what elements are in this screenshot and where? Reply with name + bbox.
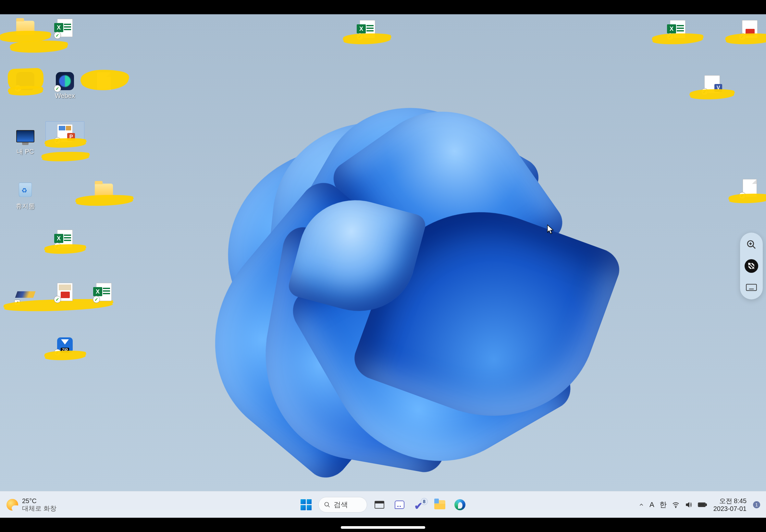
icon-label: Webex: [55, 92, 75, 100]
taskbar-clock[interactable]: 오전 8:45 2023-07-01: [713, 497, 747, 513]
svg-rect-4: [746, 284, 757, 290]
wifi-button[interactable]: [672, 501, 680, 509]
todo-icon: ✔ 8: [414, 500, 425, 510]
weather-condition: 대체로 화창: [22, 505, 56, 512]
notification-center-button[interactable]: 1: [753, 501, 760, 508]
edge-icon: [455, 499, 466, 510]
search-icon: [324, 502, 330, 508]
desktop-icon-folder[interactable]: [84, 179, 123, 202]
desktop-icon-app[interactable]: [6, 69, 45, 93]
clock-date: 2023-07-01: [713, 505, 747, 513]
chat-icon: [395, 501, 405, 509]
weather-text: 25°C 대체로 화창: [22, 497, 56, 512]
excel-file-icon: [93, 282, 114, 302]
sync-badge-icon: [93, 296, 100, 303]
device-frame: Webex 내 PC: [0, 0, 766, 532]
ime-mode-indicator[interactable]: A: [650, 501, 654, 509]
volume-icon: [685, 501, 693, 509]
home-indicator[interactable]: [341, 526, 425, 529]
svg-rect-20: [706, 504, 707, 506]
svg-line-17: [328, 505, 330, 507]
recycle-bin-icon: ♻: [15, 180, 36, 201]
webex-icon: [55, 71, 75, 91]
desktop-icon-recycle-bin[interactable]: ♻ 휴지통: [6, 179, 45, 212]
monitor-icon: [15, 126, 36, 147]
ime-language-indicator[interactable]: 한: [660, 500, 667, 510]
sync-badge-icon: [54, 32, 61, 39]
pdf-file-icon: [55, 282, 75, 302]
desktop-icon-this-pc[interactable]: 내 PC: [6, 125, 45, 157]
start-button[interactable]: [298, 497, 314, 513]
taskbar-search[interactable]: 검색: [318, 497, 367, 513]
volume-button[interactable]: [685, 501, 693, 509]
sync-badge-icon: [54, 296, 61, 303]
icon-label: 휴지통: [16, 202, 35, 211]
windows-logo-icon: [300, 499, 311, 510]
file-explorer-icon: [434, 500, 445, 509]
edge-button[interactable]: [452, 497, 468, 513]
desktop-icon-excel-file[interactable]: [658, 18, 697, 41]
desktop-icon-excel-file[interactable]: [45, 227, 84, 250]
taskbar-center: 검색 ✔ 8: [298, 497, 468, 513]
task-view-button[interactable]: [371, 497, 387, 513]
tray-overflow-button[interactable]: [638, 502, 644, 508]
svg-point-18: [675, 507, 676, 508]
excel-file-icon: [55, 18, 75, 38]
search-placeholder: 검색: [334, 500, 348, 510]
desktop-icon-excel-file[interactable]: [84, 280, 123, 304]
wifi-icon: [672, 501, 680, 509]
remote-assist-toolbar: [740, 233, 763, 299]
battery-button[interactable]: [698, 502, 707, 508]
system-tray: A 한: [638, 500, 707, 510]
taskbar-right: A 한: [638, 491, 760, 518]
todo-badge: 8: [421, 498, 428, 505]
desktop-icon-powerpoint-file-selected[interactable]: [45, 121, 84, 145]
desktop-icon-file[interactable]: [84, 69, 123, 93]
icon-label: 내 PC: [17, 147, 34, 156]
weather-temp: 25°C: [22, 497, 56, 505]
sync-badge-icon: [54, 85, 61, 92]
desktop-icon-webex[interactable]: Webex: [45, 69, 84, 101]
task-view-icon: [374, 501, 384, 509]
desktop-icon-pdf-file[interactable]: [45, 280, 84, 304]
desktop-icon-folder[interactable]: [6, 16, 45, 40]
desktop-icon-file[interactable]: [730, 176, 766, 200]
zoom-in-button[interactable]: [745, 238, 758, 251]
file-explorer-button[interactable]: [432, 497, 448, 513]
desktop-icon-excel-file[interactable]: [348, 18, 387, 41]
svg-rect-21: [699, 503, 705, 506]
desktop-icon-excel-file[interactable]: [45, 16, 84, 40]
chat-button[interactable]: [392, 497, 407, 513]
keyboard-button[interactable]: [745, 281, 758, 294]
clock-time: 오전 8:45: [713, 497, 747, 505]
desktop-icon-shortcut[interactable]: ↗: [6, 283, 45, 306]
weather-icon: [6, 499, 18, 511]
svg-line-1: [753, 246, 755, 248]
windows-desktop[interactable]: Webex 내 PC: [0, 14, 766, 518]
remote-connection-button[interactable]: [745, 259, 758, 273]
desktop-icon-pdf-file[interactable]: [730, 18, 766, 41]
taskbar-weather-widget[interactable]: 25°C 대체로 화창: [6, 491, 56, 518]
svg-point-16: [325, 502, 329, 506]
desktop-icon-zip-app[interactable]: ZIP: [45, 333, 84, 357]
notification-count: 1: [755, 502, 758, 507]
chevron-up-icon: [638, 502, 644, 508]
todo-button[interactable]: ✔ 8: [412, 497, 428, 513]
battery-icon: [698, 502, 707, 508]
desktop-icons-layer: Webex 내 PC: [0, 14, 766, 518]
desktop-icon-visio-file[interactable]: [693, 73, 732, 96]
taskbar: 25°C 대체로 화창 검색: [0, 491, 766, 518]
